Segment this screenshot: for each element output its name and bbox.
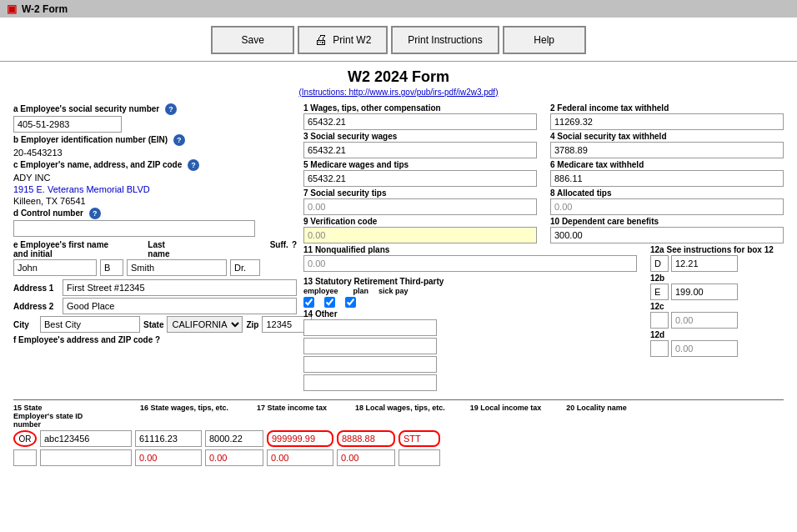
right-panel: 1 Wages, tips, other compensation 2 Fede… bbox=[303, 103, 784, 394]
form-title: W2 2024 Form bbox=[13, 68, 784, 86]
first-name-input[interactable] bbox=[13, 259, 97, 276]
form-link[interactable]: (Instructions: http://www.irs.gov/pub/ir… bbox=[13, 88, 784, 97]
box10-input[interactable] bbox=[550, 227, 784, 243]
box4-input[interactable] bbox=[550, 142, 784, 158]
ssn-help-icon[interactable]: ? bbox=[165, 103, 177, 115]
box10-label: 10 Dependent care benefits bbox=[550, 217, 784, 226]
box13-col3-label: sick pay bbox=[378, 287, 409, 295]
state-tax-2[interactable] bbox=[205, 449, 263, 466]
box14-section: 14 Other bbox=[303, 309, 637, 391]
box12a-row bbox=[650, 255, 784, 272]
box12c-code[interactable] bbox=[650, 312, 669, 329]
app-icon: ▣ bbox=[7, 3, 17, 15]
faddr-help-icon[interactable]: ? bbox=[155, 335, 160, 344]
control-help-icon[interactable]: ? bbox=[89, 208, 101, 219]
box12c-value[interactable] bbox=[671, 312, 738, 329]
box2-col: 2 Federal income tax withheld bbox=[550, 103, 784, 130]
help-button[interactable]: Help bbox=[503, 26, 586, 54]
title-bar: ▣ W-2 Form bbox=[0, 0, 797, 18]
box6-input[interactable] bbox=[550, 170, 784, 187]
box12d-code[interactable] bbox=[650, 340, 669, 357]
box12b-label: 12b bbox=[650, 274, 784, 283]
addr1-input[interactable] bbox=[63, 279, 297, 296]
box8-label: 8 Allocated tips bbox=[550, 188, 784, 198]
local-wages-1[interactable] bbox=[267, 430, 333, 447]
box12a-code[interactable] bbox=[650, 255, 669, 272]
box12b-value[interactable] bbox=[671, 284, 738, 300]
local-tax-2[interactable] bbox=[337, 449, 395, 466]
box11-input[interactable] bbox=[303, 255, 637, 272]
box12a-value[interactable] bbox=[671, 255, 738, 272]
addr1-label: Address 1 bbox=[13, 284, 59, 293]
box5-input[interactable] bbox=[303, 170, 537, 187]
col20-header: 20 Locality name bbox=[566, 404, 627, 429]
last-name-input[interactable] bbox=[127, 259, 227, 276]
state-row-1 bbox=[13, 430, 784, 447]
state-select[interactable]: CALIFORNIA OR TX bbox=[167, 316, 243, 333]
box13-plan-checkbox[interactable] bbox=[324, 297, 335, 308]
box9-10-row: 9 Verification code 10 Dependent care be… bbox=[303, 217, 784, 243]
state-wages-1[interactable] bbox=[135, 430, 202, 447]
box12d-value[interactable] bbox=[671, 340, 738, 357]
box9-col: 9 Verification code bbox=[303, 217, 537, 243]
col18-header: 18 Local wages, tips, etc. bbox=[355, 404, 445, 429]
city-label: City bbox=[13, 320, 37, 329]
state-code-2[interactable] bbox=[13, 449, 37, 466]
box13-sickpay-checkbox[interactable] bbox=[345, 297, 356, 308]
suff-label: Suff. bbox=[270, 240, 288, 258]
local-wages-2[interactable] bbox=[267, 449, 333, 466]
box13-section: 13 Statutory Retirement Third-party empl… bbox=[303, 277, 637, 308]
emp-name-help-icon[interactable]: ? bbox=[188, 159, 199, 171]
box14-label: 14 Other bbox=[303, 309, 637, 319]
ssn-input[interactable] bbox=[13, 116, 122, 133]
save-button[interactable]: Save bbox=[211, 26, 294, 54]
addr2-input[interactable] bbox=[63, 298, 297, 314]
col15-header: 15 State Employer's state ID number bbox=[13, 404, 87, 429]
print-instructions-button[interactable]: Print Instructions bbox=[391, 26, 499, 54]
control-number-input[interactable] bbox=[13, 220, 255, 237]
box12b-code[interactable] bbox=[650, 284, 669, 300]
state-wages-2[interactable] bbox=[135, 449, 202, 466]
box1-label: 1 Wages, tips, other compensation bbox=[303, 103, 537, 113]
box13-col1-label: employee bbox=[303, 287, 338, 295]
box8-input[interactable] bbox=[550, 198, 784, 215]
box13-employee-checkbox[interactable] bbox=[303, 297, 314, 308]
addr2-row: Address 2 bbox=[13, 298, 297, 314]
state-id-1[interactable] bbox=[40, 430, 132, 447]
box14-input-3[interactable] bbox=[303, 356, 437, 373]
locality-2[interactable] bbox=[398, 449, 440, 466]
box3-col: 3 Social security wages bbox=[303, 132, 537, 158]
box8-col: 8 Allocated tips bbox=[550, 188, 784, 215]
name-help-icon[interactable]: ? bbox=[292, 240, 297, 258]
suffix-input[interactable] bbox=[230, 259, 260, 276]
locality-1[interactable] bbox=[398, 430, 440, 447]
state-tax-1[interactable] bbox=[205, 430, 263, 447]
box12c-row bbox=[650, 312, 784, 329]
box14-input-4[interactable] bbox=[303, 374, 437, 391]
col19-header: 19 Local income tax bbox=[470, 404, 542, 429]
box7-input[interactable] bbox=[303, 198, 537, 215]
box13-label: 13 Statutory Retirement Third-party bbox=[303, 277, 637, 286]
box12d-label: 12d bbox=[650, 330, 784, 339]
print-w2-button[interactable]: 🖨 Print W2 bbox=[298, 26, 388, 54]
box5-col: 5 Medicare wages and tips bbox=[303, 160, 537, 187]
print-w2-label: Print W2 bbox=[333, 34, 371, 46]
box2-input[interactable] bbox=[550, 113, 784, 130]
box3-input[interactable] bbox=[303, 142, 537, 158]
box14-input-1[interactable] bbox=[303, 319, 437, 336]
title-bar-text: W-2 Form bbox=[22, 3, 68, 15]
ein-help-icon[interactable]: ? bbox=[173, 134, 185, 146]
local-tax-1[interactable] bbox=[337, 430, 395, 447]
state-code-1[interactable] bbox=[13, 430, 37, 447]
box12c-label: 12c bbox=[650, 302, 784, 311]
box9-label: 9 Verification code bbox=[303, 217, 537, 226]
city-input[interactable] bbox=[40, 316, 140, 333]
box5-label: 5 Medicare wages and tips bbox=[303, 160, 537, 169]
box9-input[interactable] bbox=[303, 227, 537, 243]
state-id-2[interactable] bbox=[40, 449, 132, 466]
middle-initial-input[interactable] bbox=[100, 259, 123, 276]
box3-4-row: 3 Social security wages 4 Social securit… bbox=[303, 132, 784, 158]
box14-input-2[interactable] bbox=[303, 338, 437, 354]
control-label: d Control number ? bbox=[13, 208, 297, 219]
box1-input[interactable] bbox=[303, 113, 537, 130]
